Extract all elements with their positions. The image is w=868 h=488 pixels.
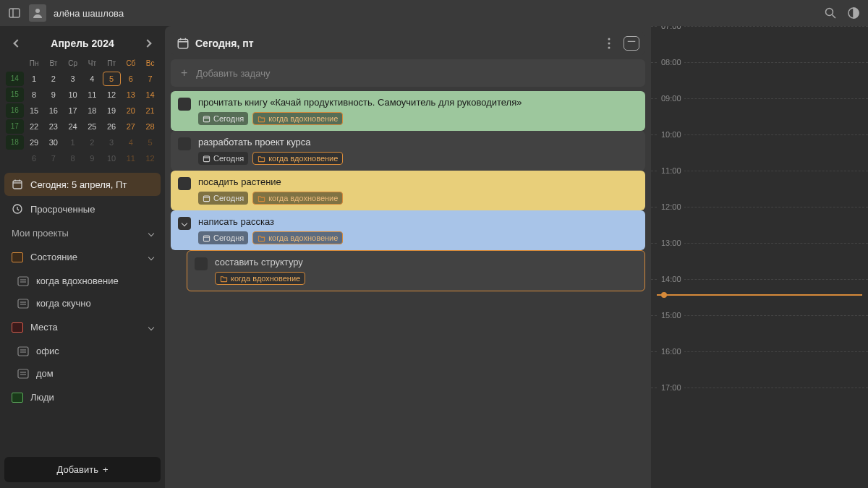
- calendar-day[interactable]: 16: [45, 103, 63, 118]
- calendar-day[interactable]: 7: [141, 72, 159, 86]
- calendar-day[interactable]: 22: [25, 119, 43, 134]
- calendar-day[interactable]: 1: [25, 72, 43, 86]
- calendar-day[interactable]: 29: [25, 135, 43, 150]
- svg-rect-31: [203, 116, 209, 122]
- calendar-day[interactable]: 4: [83, 72, 101, 86]
- task-checkbox[interactable]: [178, 177, 191, 190]
- task-checkbox[interactable]: [178, 98, 191, 111]
- more-icon[interactable]: [602, 36, 616, 51]
- calendar-day[interactable]: 3: [64, 72, 82, 86]
- sidebar-projects-header[interactable]: Мои проекты: [4, 222, 161, 244]
- calendar-day[interactable]: 21: [141, 103, 159, 118]
- timeline-hour-row[interactable]: 09:00: [651, 98, 868, 134]
- calendar-prev[interactable]: [10, 36, 25, 51]
- task-date-tag[interactable]: Сегодня: [198, 231, 248, 244]
- task-context-tag[interactable]: когда вдохновение: [252, 152, 343, 165]
- timeline-hour-row[interactable]: 10:00: [651, 134, 868, 171]
- sidebar-sub-item[interactable]: когда вдохновение: [4, 270, 161, 292]
- timeline-hour-row[interactable]: 11:00: [651, 171, 868, 207]
- calendar-day[interactable]: 17: [64, 103, 82, 118]
- svg-rect-37: [203, 236, 209, 241]
- calendar-day[interactable]: 11: [122, 151, 140, 166]
- calendar-day[interactable]: 8: [25, 87, 43, 102]
- task-card[interactable]: написать рассказ Сегодня когда вдохновен…: [171, 210, 645, 250]
- calendar-day[interactable]: 9: [83, 151, 101, 166]
- task-date-tag[interactable]: Сегодня: [198, 112, 248, 125]
- calendar-day[interactable]: 11: [83, 87, 101, 102]
- theme-toggle-icon[interactable]: [846, 6, 861, 20]
- calendar-day[interactable]: 5: [103, 72, 121, 86]
- timeline-hour-row[interactable]: 07:00: [651, 26, 868, 62]
- calendar-day[interactable]: 18: [83, 103, 101, 118]
- add-button[interactable]: Добавить +: [4, 457, 161, 482]
- calendar-day[interactable]: 5: [141, 135, 159, 150]
- calendar-day[interactable]: 24: [64, 119, 82, 134]
- calendar-day[interactable]: 2: [45, 72, 63, 86]
- calendar-day[interactable]: 23: [45, 119, 63, 134]
- add-task-row[interactable]: + Добавить задачу: [171, 59, 645, 87]
- calendar-day[interactable]: 19: [103, 103, 121, 118]
- timeline-hour-row[interactable]: 12:00: [651, 207, 868, 243]
- sidebar-sub-item[interactable]: когда скучно: [4, 292, 161, 314]
- calendar-day[interactable]: 6: [122, 72, 140, 86]
- calendar-day[interactable]: 15: [25, 103, 43, 118]
- task-context-tag[interactable]: когда вдохновение: [252, 231, 343, 244]
- calendar-day[interactable]: 27: [122, 119, 140, 134]
- calendar-day[interactable]: 8: [64, 151, 82, 166]
- task-card[interactable]: разработать проект курса Сегодня когда в…: [171, 131, 645, 171]
- calendar-day[interactable]: 6: [25, 151, 43, 166]
- task-card[interactable]: посадить растение Сегодня когда вдохнове…: [171, 171, 645, 210]
- sidebar-folder-places[interactable]: Места: [4, 316, 161, 338]
- top-bar: алёна шашлова: [0, 0, 868, 26]
- calendar-day[interactable]: 28: [141, 119, 159, 134]
- calendar-day[interactable]: 7: [45, 151, 63, 166]
- sidebar-sub-item[interactable]: дом: [4, 362, 161, 385]
- task-date-tag[interactable]: Сегодня: [198, 152, 248, 165]
- timeline-hour-row[interactable]: 08:00: [651, 62, 868, 98]
- calendar-day[interactable]: 12: [141, 151, 159, 166]
- calendar-day[interactable]: 14: [141, 87, 159, 102]
- calendar-day[interactable]: 13: [122, 87, 140, 102]
- task-card-subtask[interactable]: составить структуру когда вдохновение: [187, 250, 645, 291]
- list-icon: [17, 369, 29, 379]
- sidebar-folder-state[interactable]: Состояние: [4, 246, 161, 268]
- task-context-tag[interactable]: когда вдохновение: [252, 112, 343, 125]
- calendar-toggle-icon[interactable]: [624, 36, 639, 51]
- calendar-day[interactable]: 30: [45, 135, 63, 150]
- username[interactable]: алёна шашлова: [54, 8, 124, 19]
- task-context-tag[interactable]: когда вдохновение: [215, 272, 305, 285]
- timeline-hour-row[interactable]: 15:00: [651, 315, 868, 351]
- task-expand-toggle[interactable]: [178, 217, 191, 230]
- sidebar-today[interactable]: Сегодня: 5 апреля, Пт: [4, 173, 161, 196]
- calendar-day[interactable]: 20: [122, 103, 140, 118]
- calendar-day[interactable]: 12: [103, 87, 121, 102]
- task-checkbox[interactable]: [178, 137, 191, 150]
- calendar-day[interactable]: 9: [45, 87, 63, 102]
- avatar[interactable]: [29, 4, 46, 22]
- collapse-sidebar-icon[interactable]: [7, 6, 22, 20]
- timeline-hour-row[interactable]: 16:00: [651, 351, 868, 388]
- sidebar-overdue[interactable]: Просроченные: [4, 197, 161, 221]
- calendar-day[interactable]: 2: [83, 135, 101, 150]
- task-date-tag[interactable]: Сегодня: [198, 192, 248, 205]
- task-title: разработать проект курса: [198, 137, 638, 147]
- timeline-hour-row[interactable]: 17:00: [651, 388, 868, 424]
- search-icon[interactable]: [823, 6, 838, 20]
- calendar-day[interactable]: 26: [103, 119, 121, 134]
- timeline-hour-row[interactable]: 13:00: [651, 243, 868, 279]
- task-checkbox[interactable]: [195, 257, 208, 270]
- timeline[interactable]: 07:00 08:00 09:00 10:00 11:00 12:00 13:0…: [651, 26, 868, 488]
- task-card[interactable]: прочитать книгу «Качай продуктивность. С…: [171, 91, 645, 131]
- calendar-day[interactable]: 10: [103, 151, 121, 166]
- task-context-tag[interactable]: когда вдохновение: [252, 192, 343, 205]
- calendar-next[interactable]: [140, 36, 155, 51]
- timeline-hour-label: 16:00: [658, 347, 684, 356]
- calendar-day[interactable]: 25: [83, 119, 101, 134]
- calendar-day[interactable]: 10: [64, 87, 82, 102]
- timeline-hour-row[interactable]: 14:00: [651, 279, 868, 315]
- sidebar-folder-people[interactable]: Люди: [4, 386, 161, 408]
- sidebar-sub-item[interactable]: офис: [4, 340, 161, 362]
- calendar-day[interactable]: 3: [103, 135, 121, 150]
- calendar-day[interactable]: 4: [122, 135, 140, 150]
- calendar-day[interactable]: 1: [64, 135, 82, 150]
